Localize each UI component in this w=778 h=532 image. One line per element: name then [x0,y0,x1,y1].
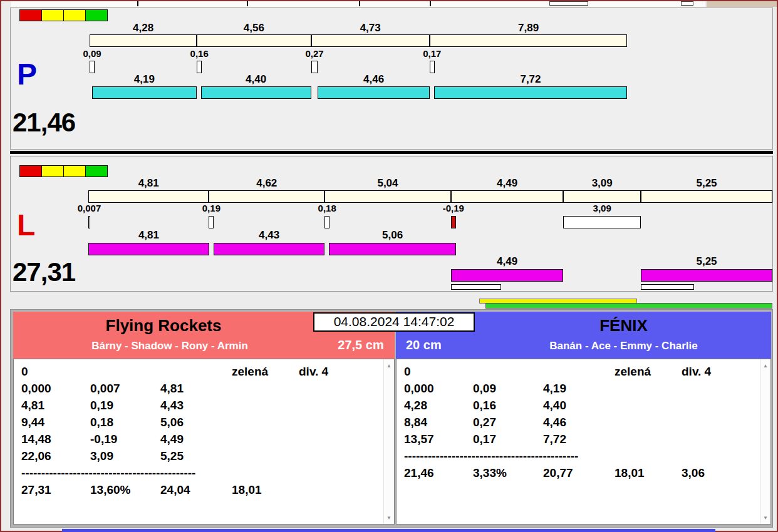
team-left-name: Flying Rockets [13,316,314,335]
result-cell: 0,16 [473,399,496,412]
result-cell: 7,72 [543,433,566,446]
vertical-scrollbar[interactable]: ▲ ▼ [383,359,394,524]
result-cell: 0,19 [90,399,113,412]
results-left-pane[interactable]: ▲ ▼ 0zelenádiv. 40,0000,0074,814,810,194… [13,359,395,524]
result-cell: 3,06 [682,467,705,479]
lane-total-time: 21,46 [13,110,75,136]
changeover-box [88,216,90,228]
changeover-label: -0,19 [432,203,475,213]
gross-split-bar [563,190,641,203]
gross-split-bar [197,34,311,47]
start-light-1 [19,9,42,21]
top-partial-box [681,1,693,6]
start-light-4 [85,165,108,177]
scroll-down-icon[interactable]: ▼ [384,513,394,523]
result-cell: 22,06 [21,450,51,463]
result-cell: 0 [21,366,28,378]
start-light-3 [63,165,86,177]
net-split-bar [214,243,324,255]
net-split-bar [451,269,564,282]
gross-split-bar [430,34,628,47]
result-cell: 18,01 [615,467,645,479]
results-right-pane[interactable]: ▲ ▼ 0zelenádiv. 40,0000,094,194,280,164,… [396,359,771,524]
results-panel: Flying Rockets Bárny - Shadow - Rony - A… [10,309,773,528]
lane-p-panel: P 21,46 4,284,564,737,890,090,160,270,17… [10,8,773,150]
top-tick [137,1,138,6]
net-split-label: 4,40 [201,73,311,86]
changeover-label: 3,09 [580,203,624,213]
gross-split-bar [311,34,430,47]
net-split-label: 4,46 [318,73,429,86]
result-cell: 4,40 [543,399,566,412]
net-split-bar [641,269,772,282]
gross-split-bar [90,34,197,47]
net-split-bar [201,86,311,99]
lane-total-time: 27,31 [13,259,75,285]
gross-split-label: 3,09 [563,177,641,190]
team-left-dogs: Bárny - Shadow - Rony - Armin [13,340,326,352]
changeover-box [209,216,214,228]
result-cell: 3,09 [90,450,113,463]
result-cell: 3,33% [473,467,507,479]
gross-split-bar [324,190,451,203]
result-cell: 5,25 [160,450,184,463]
lane-letter: L [17,210,35,240]
gross-split-bar [209,190,324,203]
vertical-scrollbar[interactable]: ▲ ▼ [760,359,770,524]
result-cell: 4,46 [543,416,566,429]
lane-color-lights [19,9,107,21]
team-right-jump-height: 20 cm [406,338,469,352]
scroll-up-icon[interactable]: ▲ [384,361,394,371]
window-corner-notch [707,1,777,7]
top-edge-strip [11,1,705,7]
lane-divider [10,151,773,154]
changeover-label: 0,19 [189,203,233,213]
separator-row: ----------------------------------------… [404,450,578,463]
result-cell: 4,28 [404,399,427,412]
gross-split-label: 4,73 [311,22,430,34]
result-cell: 0,007 [90,382,120,395]
start-light-2 [41,165,64,177]
start-light-1 [19,165,42,177]
scroll-up-icon[interactable]: ▲ [760,361,770,371]
marker-bar [451,284,501,290]
start-light-4 [85,9,108,21]
result-cell: 0,09 [473,382,496,395]
top-tick [359,1,360,6]
net-split-label: 4,43 [214,229,324,242]
net-split-label: 7,72 [434,73,628,86]
top-partial-box [549,1,588,6]
gross-split-label: 4,28 [90,22,197,34]
net-split-bar [434,86,628,99]
lane-color-lights [19,165,107,177]
scroll-down-icon[interactable]: ▼ [760,513,770,523]
net-split-bar [88,243,209,255]
result-cell: 9,44 [21,416,44,429]
result-cell: 18,01 [232,484,262,496]
changeover-label: 0,27 [293,48,336,59]
gross-split-bar [451,190,564,203]
net-split-bar [92,86,197,99]
changeover-box [451,216,456,228]
result-cell: 0,27 [473,416,496,429]
result-cell: 0,17 [473,433,496,446]
gross-split-label: 5,25 [641,177,772,190]
gross-split-label: 4,56 [197,22,311,34]
changeover-box [90,61,95,73]
result-cell: 4,81 [21,399,44,412]
result-cell: 0,000 [21,382,51,395]
gross-split-bar [88,190,209,203]
separator-row: ----------------------------------------… [21,467,195,479]
progress-bar-green [485,303,772,309]
changeover-box [430,61,435,73]
result-cell: 20,77 [543,467,573,479]
result-cell: zelená [232,366,268,378]
lane-l-panel: L 27,31 4,814,625,044,493,095,250,0070,1… [10,156,773,292]
result-cell: 13,57 [404,433,434,446]
top-tick [247,1,248,6]
result-cell: 0 [404,366,411,378]
result-cell: div. 4 [682,366,711,378]
result-cell: 4,49 [160,433,184,446]
result-cell: 4,43 [160,399,184,412]
result-cell: zelená [615,366,651,378]
